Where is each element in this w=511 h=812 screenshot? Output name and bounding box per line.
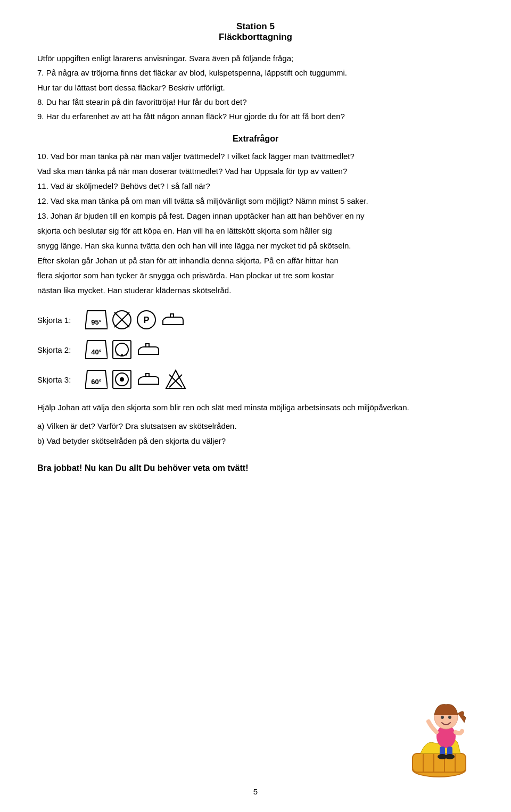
svg-rect-22: [146, 374, 149, 377]
svg-rect-16: [146, 344, 149, 347]
iron2-icon: [136, 339, 161, 360]
iron3-icon: [136, 369, 161, 390]
shirts-section: Skjorta 1: 95° P: [37, 310, 474, 390]
q12: 12. Vad ska man tänka på om man vill tvä…: [37, 195, 474, 208]
q13b: skjorta och beslutar sig för att köpa en…: [37, 225, 474, 237]
svg-point-12: [116, 343, 128, 356]
extra-title: Extrafrågor: [37, 134, 474, 144]
q13d: Efter skolan går Johan ut på stan för at…: [37, 254, 474, 267]
shirt1-symbols: 95° P: [85, 310, 185, 330]
svg-text:95°: 95°: [91, 318, 102, 326]
svg-point-39: [445, 754, 455, 759]
intro-line4: 8. Du har fått stearin på din favorittrö…: [37, 96, 474, 108]
svg-rect-7: [170, 314, 174, 317]
q13f: nästan lika mycket. Han studerar klädern…: [37, 284, 474, 297]
iron1-icon: [161, 310, 185, 330]
q13a: 13. Johan är bjuden till en kompis på fe…: [37, 210, 474, 222]
intro-line5: 9. Har du erfarenhet av att ha fått någo…: [37, 110, 474, 122]
shirt1-row: Skjorta 1: 95° P: [37, 310, 474, 330]
footer-qa: a) Vilken är det? Varför? Dra slutsatsen…: [37, 419, 474, 433]
page-number: 5: [253, 787, 258, 796]
footer-qb: b) Vad betyder skötselråden på den skjor…: [37, 434, 474, 448]
wash-95-icon: 95°: [85, 310, 108, 330]
tumble-dot-icon: [112, 369, 132, 390]
intro-line3: Hur tar du lättast bort dessa fläckar? B…: [37, 81, 474, 94]
shirt1-label: Skjorta 1:: [37, 316, 85, 325]
shirt3-symbols: 60°: [85, 369, 186, 390]
q11: 11. Vad är sköljmedel? Behövs det? I så …: [37, 180, 474, 193]
drycl-icon: [112, 310, 132, 330]
shirt3-row: Skjorta 3: 60°: [37, 369, 474, 390]
p-circle-icon: P: [136, 310, 156, 330]
help-text: Hjälp Johan att välja den skjorta som bl…: [37, 401, 474, 414]
svg-text:60°: 60°: [91, 378, 102, 386]
page-subtitle: Fläckborttagning: [37, 32, 474, 43]
no-bleach-icon: [165, 369, 186, 390]
page-title: Station 5: [37, 21, 474, 32]
cartoon-figure: [405, 695, 474, 780]
intro-section: Utför uppgiften enligt lärarens anvisnin…: [37, 52, 474, 122]
svg-point-21: [120, 377, 124, 382]
footer-questions: a) Vilken är det? Varför? Dra slutsatsen…: [37, 419, 474, 448]
svg-text:40°: 40°: [91, 348, 102, 356]
q13c: snygg länge. Han ska kunna tvätta den oc…: [37, 239, 474, 252]
footer-section: Hjälp Johan att välja den skjorta som bl…: [37, 401, 474, 414]
tumble-icon: [112, 339, 132, 360]
shirt2-label: Skjorta 2:: [37, 345, 85, 354]
page-header: Station 5 Fläckborttagning: [37, 21, 474, 43]
questions-section: 10. Vad bör man tänka på när man väljer …: [37, 150, 474, 297]
bra-jobbat: Bra jobbat! Nu kan Du allt Du behöver ve…: [37, 463, 474, 473]
wash-60-icon: 60°: [85, 369, 108, 390]
svg-text:P: P: [144, 316, 150, 325]
wash-40-icon: 40°: [85, 339, 108, 360]
shirt2-symbols: 40°: [85, 339, 161, 360]
q13e: flera skjortor som han tycker är snygga …: [37, 269, 474, 282]
svg-point-35: [448, 716, 451, 719]
svg-marker-23: [166, 370, 185, 388]
intro-line1: Utför uppgiften enligt lärarens anvisnin…: [37, 52, 474, 64]
intro-line2: 7. På några av tröjorna finns det fläcka…: [37, 67, 474, 79]
svg-point-34: [441, 716, 444, 719]
q10a: 10. Vad bör man tänka på när man väljer …: [37, 150, 474, 163]
q10b: Vad ska man tänka på när man doserar tvä…: [37, 165, 474, 178]
shirt2-row: Skjorta 2: 40°: [37, 339, 474, 360]
shirt3-label: Skjorta 3:: [37, 375, 85, 384]
